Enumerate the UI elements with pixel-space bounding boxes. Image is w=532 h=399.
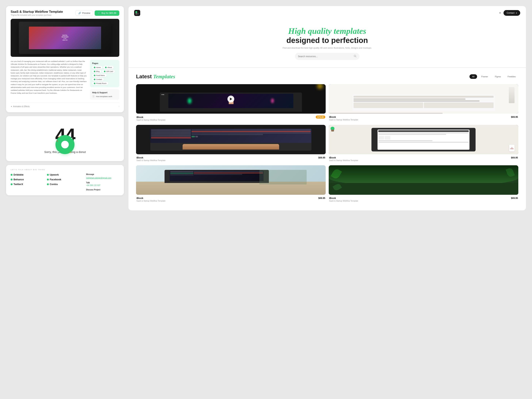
page-tag-privateroom[interactable]: Private Room	[92, 82, 108, 85]
link-dot	[47, 174, 49, 176]
template-image-5	[136, 165, 326, 195]
k-sidebar-item	[151, 135, 191, 137]
template-name-3: iBook	[136, 156, 143, 159]
neon-glow	[317, 84, 323, 89]
template-info-3: iBook $69.95 SaaS & Startup Webflow Temp…	[136, 154, 326, 162]
footer-link-dribbble[interactable]: Dribbble	[11, 173, 47, 176]
help-item[interactable]: ? How templates work	[92, 95, 117, 98]
t-card	[378, 136, 384, 140]
footer-label: LET'S TALK ABOUT BIG THING	[11, 169, 119, 171]
template-card-header: SaaS & Startup Webflow Template *Figma f…	[11, 10, 119, 16]
k-main-row	[191, 129, 311, 131]
pages-box: Pages Home About Blog	[90, 60, 119, 87]
footer-contact-col: Message mehpham.design@gmail.com Talk +8…	[83, 173, 119, 191]
template-desc-4: SaaS & Startup Webflow Template	[329, 159, 518, 162]
hero-title-italic: High quality templates	[136, 27, 518, 36]
hero-section: ≡ Contact + High quality templates desig…	[128, 6, 526, 67]
search-input[interactable]	[298, 55, 352, 58]
laptop-screen: DIGITALDESIGNER& ARTDIRECTOR	[29, 27, 101, 49]
page-tag-giftcard[interactable]: Gift Card	[102, 70, 115, 73]
template-info-top: iBook $69.95	[329, 197, 518, 200]
desk-row	[354, 98, 466, 100]
templates-title: Latest Templates	[136, 74, 175, 80]
plus-icon: +	[516, 11, 517, 14]
footer-link-twitterx[interactable]: TwitterX	[11, 183, 47, 186]
footer-link-behance[interactable]: Behance	[11, 178, 47, 181]
cart-icon: 🛒	[98, 12, 101, 14]
svg-rect-0	[135, 11, 137, 13]
footer-link-facebook[interactable]: Facebook	[47, 178, 83, 181]
template-item-3[interactable]: iBook $69.95 SaaS & Startup Webflow Temp…	[136, 125, 326, 162]
page-tag-icon	[94, 83, 95, 84]
tablet-desk-scene: LACREMA	[329, 125, 518, 154]
template-info-4: iBook $69.95 SaaS & Startup Webflow Temp…	[329, 154, 518, 162]
k-main-row	[191, 133, 311, 133]
template-item-2[interactable]: iBook $69.95 SaaS & Startup Webflow Temp…	[329, 84, 518, 122]
svg-line-4	[356, 57, 356, 57]
footer-link-contra[interactable]: Contra	[47, 183, 83, 186]
template-actions: 🔗 Preview 🛒 Buy for $65.99	[76, 10, 119, 16]
notfound-graphic: 4 4	[55, 124, 75, 146]
template-info-top: iBook $69.95	[329, 115, 518, 118]
hand-shape	[183, 144, 279, 149]
t-row	[378, 140, 432, 141]
k-main	[191, 129, 311, 142]
right-panel: ≡ Contact + High quality templates desig…	[128, 6, 526, 210]
filter-framer[interactable]: Framer	[479, 74, 491, 79]
template-price-6: $69.95	[511, 197, 518, 200]
template-price-3: $69.95	[318, 156, 325, 159]
page-tag-contact[interactable]: Contact	[92, 78, 104, 81]
help-title: Help & Support	[92, 91, 117, 94]
keyboard-screen	[150, 129, 311, 143]
filter-all[interactable]: All	[469, 74, 477, 79]
k-sidebar-item	[151, 137, 191, 139]
k-sidebar-item	[151, 129, 191, 131]
buy-button[interactable]: 🛒 Buy for $65.99	[95, 10, 119, 16]
arrow-right-icon: ›	[119, 105, 119, 108]
office-laptop	[165, 170, 269, 183]
office-bg	[136, 165, 326, 195]
plant-pot-body	[331, 130, 334, 132]
template-subtitle: *Figma file included with your template …	[11, 14, 63, 16]
page-tag-foodmenu[interactable]: Food Menu	[92, 74, 107, 77]
menu-icon[interactable]: ≡	[499, 11, 501, 15]
template-hero-image: DIGITALDESIGNER& ARTDIRECTOR	[11, 19, 119, 57]
contact-discuss[interactable]: Discuss Project	[86, 189, 119, 191]
svg-rect-1	[135, 13, 137, 15]
desk-row	[354, 100, 480, 102]
template-image-3	[136, 125, 326, 154]
template-item-5[interactable]: iBook $69.95 SaaS & Startup Webflow Temp…	[136, 165, 326, 203]
desk-row	[354, 96, 494, 98]
play-button-overlay[interactable]	[228, 95, 234, 102]
laptop-mockup: DIGITALDESIGNER& ARTDIRECTOR	[19, 22, 111, 54]
filter-figma[interactable]: Figma	[492, 74, 504, 79]
t-row	[378, 133, 469, 133]
page-tag-about[interactable]: About	[103, 66, 114, 69]
template-image-1: AMB	[136, 84, 326, 114]
k-chips	[191, 136, 311, 137]
office-main	[194, 171, 263, 181]
filter-freebies[interactable]: Freebies	[505, 74, 518, 79]
contact-email[interactable]: mehpham.design@gmail.com	[86, 177, 111, 179]
hero-content: High quality templates designed to perfe…	[136, 27, 518, 60]
coffee-cup: LACREMA	[509, 145, 514, 152]
sprinkle	[57, 140, 58, 142]
main-row	[194, 174, 242, 175]
preview-button[interactable]: 🔗 Preview	[76, 10, 93, 16]
side-row	[170, 174, 193, 175]
templates-header: Latest Templates All Framer Figma Freebi…	[136, 74, 518, 80]
template-item-4[interactable]: LACREMA iBook $69.95 SaaS & Startup Webf…	[329, 125, 518, 162]
hero-title-main: designed to perfection	[136, 36, 518, 45]
donut-shape	[56, 135, 75, 154]
page-tag-home[interactable]: Home	[92, 66, 102, 69]
t-row	[378, 142, 469, 143]
page-tag-blog[interactable]: Blog	[92, 70, 101, 73]
keyboard-laptop	[150, 129, 311, 151]
template-description: Are you tired of managing your restauran…	[11, 60, 87, 100]
template-item-6[interactable]: iBook $69.95 SaaS & Startup Webflow Temp…	[329, 165, 518, 203]
template-info-top: iBook $79.00	[136, 115, 325, 119]
footer-link-upwork[interactable]: Upwork	[47, 173, 83, 176]
contact-button[interactable]: Contact +	[504, 10, 520, 16]
template-item-1[interactable]: AMB iBook $79.00 SaaS & Startup Webflow …	[136, 84, 326, 122]
template-name-6: iBook	[329, 197, 336, 200]
